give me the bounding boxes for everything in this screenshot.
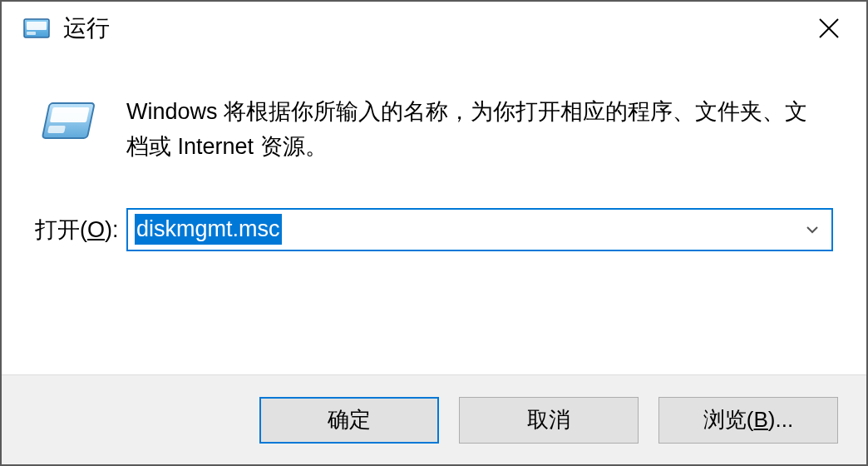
svg-rect-2 [27,32,36,35]
description-row: Windows 将根据你所输入的名称，为你打开相应的程序、文件夹、文档或 Int… [35,95,833,165]
open-input-value: diskmgmt.msc [135,214,282,245]
dialog-title: 运行 [63,12,792,44]
svg-rect-1 [27,22,47,30]
close-button[interactable] [792,2,866,55]
browse-button[interactable]: 浏览(B)... [658,397,838,444]
combobox-dropdown-button[interactable] [793,210,831,250]
open-input[interactable]: diskmgmt.msc [128,210,793,250]
cancel-button[interactable]: 取消 [459,397,639,444]
open-label: 打开(O): [35,215,126,245]
button-bar: 确定 取消 浏览(B)... [2,374,866,464]
run-large-icon [35,95,101,145]
chevron-down-icon [804,221,821,238]
titlebar: 运行 [2,2,866,55]
open-combobox[interactable]: diskmgmt.msc [126,208,833,251]
dialog-content: Windows 将根据你所输入的名称，为你打开相应的程序、文件夹、文档或 Int… [2,55,866,374]
close-icon [816,16,841,41]
description-text: Windows 将根据你所输入的名称，为你打开相应的程序、文件夹、文档或 Int… [126,95,833,165]
ok-button[interactable]: 确定 [259,397,439,444]
run-dialog: 运行 [0,0,868,466]
open-row: 打开(O): diskmgmt.msc [35,208,833,251]
run-icon [22,13,52,43]
svg-rect-6 [50,107,90,122]
svg-rect-7 [47,126,66,133]
